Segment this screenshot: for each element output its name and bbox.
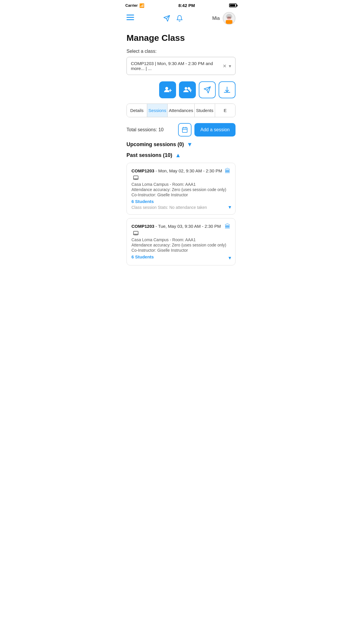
session-card: COMP1203 - Mon, May 02, 9:30 AM - 2:30 P…: [126, 163, 236, 215]
send-nav-icon[interactable]: [163, 15, 171, 22]
nav-bar: Mia: [121, 10, 241, 28]
class-select-value: COMP1203 | Mon, 9:30 AM - 2:30 PM and mo…: [131, 61, 223, 71]
tabs: Details Sessions Attendances Students E: [126, 104, 236, 117]
add-session-button[interactable]: Add a session: [194, 123, 236, 136]
session-stats-value: No attendance taken: [169, 205, 207, 210]
session-students-link[interactable]: 6 Students: [131, 199, 231, 204]
upcoming-sessions-section: Upcoming sessions (0) ▼: [126, 141, 236, 148]
svg-rect-28: [133, 231, 138, 235]
sessions-header: Total sessions: 10 Add a session: [126, 123, 236, 136]
past-sessions-header[interactable]: Past sessions (10) ▲: [126, 152, 236, 159]
upcoming-sessions-header[interactable]: Upcoming sessions (0) ▼: [126, 141, 236, 148]
user-name: Mia: [212, 16, 220, 21]
session-datetime: - Tue, May 03, 9:30 AM - 2:30 PM: [154, 224, 221, 229]
session-card-header: COMP1203 - Tue, May 03, 9:30 AM - 2:30 P…: [131, 223, 231, 236]
svg-rect-21: [182, 128, 187, 133]
session-instructor: Co-Instructor: Giselle Instructor: [131, 192, 231, 197]
session-campus: Casa Loma Campus - Room: AAA1: [131, 237, 231, 242]
svg-rect-0: [126, 15, 134, 15]
hamburger-icon[interactable]: [126, 15, 134, 22]
svg-point-12: [228, 17, 229, 18]
upcoming-chevron-down-icon: ▼: [187, 141, 193, 148]
session-stats: Class session Stats: No attendance taken: [131, 205, 231, 210]
tab-extra[interactable]: E: [215, 104, 235, 117]
page-title: Manage Class: [121, 28, 241, 49]
session-datetime: - Mon, May 02, 9:30 AM - 2:30 PM: [154, 168, 222, 173]
past-sessions-title: Past sessions (10): [126, 152, 172, 158]
notification-icon[interactable]: [176, 15, 183, 22]
session-instructor: Co-Instructor: Giselle Instructor: [131, 248, 231, 253]
session-students-label: Students: [134, 254, 154, 259]
class-select-dropdown[interactable]: COMP1203 | Mon, 9:30 AM - 2:30 PM and mo…: [126, 57, 236, 75]
status-bar: Carrier 📶 8:42 PM: [121, 0, 241, 10]
svg-point-17: [185, 87, 187, 90]
tab-attendances[interactable]: Attendances: [168, 104, 194, 117]
nav-icons: [163, 15, 183, 22]
session-students-link[interactable]: 6 Students: [131, 254, 231, 259]
svg-point-18: [188, 87, 190, 90]
action-buttons: [126, 81, 236, 98]
past-chevron-up-icon: ▲: [175, 152, 181, 159]
wifi-icon: 📶: [139, 3, 144, 8]
session-stats-label: Class session Stats:: [131, 205, 168, 210]
bank-icon: 🏛: [225, 168, 231, 174]
avatar[interactable]: [223, 12, 236, 25]
svg-rect-2: [126, 19, 134, 20]
session-expand-icon[interactable]: ▾: [229, 255, 231, 261]
send-button[interactable]: [199, 81, 216, 98]
svg-rect-4: [226, 20, 233, 24]
add-group-button[interactable]: [179, 81, 196, 98]
status-carrier: Carrier 📶: [125, 3, 144, 8]
status-time: 8:42 PM: [178, 3, 195, 8]
svg-rect-1: [126, 17, 134, 18]
session-course-code: COMP1203: [131, 224, 154, 229]
clear-icon[interactable]: ✕: [223, 63, 226, 69]
session-course-code: COMP1203: [131, 168, 154, 173]
session-card: COMP1203 - Tue, May 03, 9:30 AM - 2:30 P…: [126, 218, 236, 265]
sessions-actions: Add a session: [178, 123, 236, 136]
svg-rect-25: [133, 176, 138, 179]
main-content: Select a class: COMP1203 | Mon, 9:30 AM …: [121, 49, 241, 265]
select-label: Select a class:: [126, 49, 236, 54]
session-expand-icon[interactable]: ▾: [229, 204, 231, 210]
session-accuracy: Attendance accuracy: Zero (uses session …: [131, 187, 231, 192]
bank-icon: 🏛: [225, 223, 231, 230]
tab-details[interactable]: Details: [127, 104, 147, 117]
download-button[interactable]: [219, 81, 236, 98]
svg-point-14: [165, 87, 168, 90]
upcoming-sessions-title: Upcoming sessions (0): [126, 141, 184, 148]
svg-point-13: [230, 17, 230, 18]
session-campus: Casa Loma Campus - Room: AAA1: [131, 182, 231, 187]
user-info: Mia: [212, 12, 236, 25]
session-accuracy: Attendance accuracy: Zero (uses session …: [131, 243, 231, 247]
tab-sessions[interactable]: Sessions: [147, 104, 168, 117]
class-select-icons: ✕ ▾: [223, 63, 231, 69]
session-course-info: COMP1203 - Tue, May 03, 9:30 AM - 2:30 P…: [131, 223, 225, 236]
session-students-label: Students: [134, 199, 154, 204]
tab-students[interactable]: Students: [195, 104, 215, 117]
session-card-header: COMP1203 - Mon, May 02, 9:30 AM - 2:30 P…: [131, 168, 231, 181]
past-sessions-section: Past sessions (10) ▲ COMP1203 - Mon, May…: [126, 152, 236, 265]
add-student-button[interactable]: [159, 81, 176, 98]
total-sessions-label: Total sessions: 10: [126, 127, 164, 132]
session-course-info: COMP1203 - Mon, May 02, 9:30 AM - 2:30 P…: [131, 168, 225, 181]
calendar-button[interactable]: [178, 123, 191, 136]
chevron-down-icon[interactable]: ▾: [229, 63, 231, 69]
battery-indicator: [229, 4, 237, 7]
